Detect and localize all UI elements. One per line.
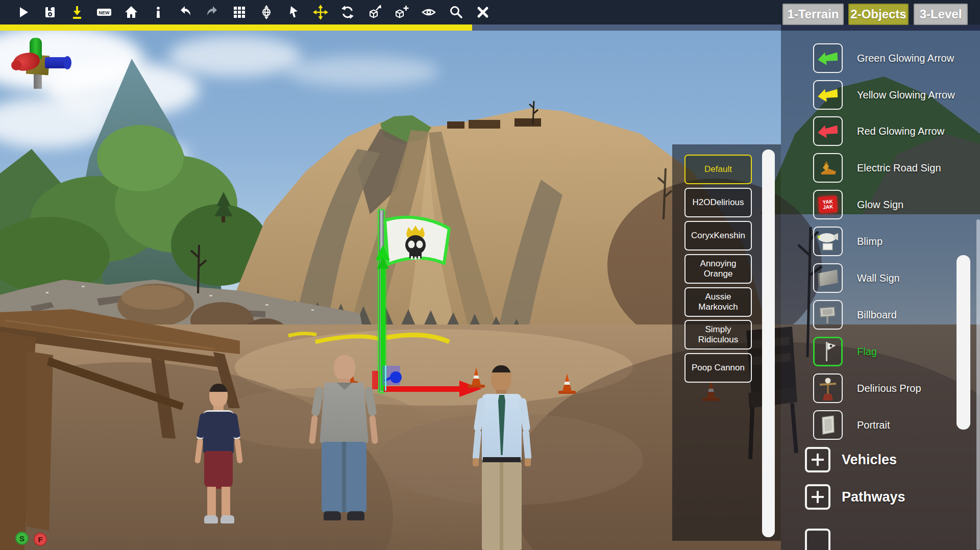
info-icon	[151, 5, 166, 20]
close-button[interactable]	[469, 0, 496, 24]
plus-icon	[810, 452, 825, 467]
character-boy[interactable]	[198, 384, 244, 532]
grid-icon	[232, 5, 247, 20]
delirious-prop-icon	[816, 376, 840, 401]
gizmo-z-handle[interactable]	[390, 371, 402, 383]
billboard-icon	[817, 304, 839, 326]
glow-sign-icon: YAK JAK	[818, 196, 838, 213]
character-tie-man[interactable]	[478, 365, 541, 550]
axis-orientation-widget	[10, 31, 77, 92]
group-label: Pathways	[842, 489, 905, 505]
blimp-icon	[816, 231, 840, 252]
character-heavy-man[interactable]	[313, 355, 375, 529]
object-item-label: Flag	[857, 345, 968, 358]
object-item-label: Green Glowing Arrow	[857, 52, 968, 64]
flag-icon	[817, 340, 839, 363]
orbit-globe-icon	[259, 5, 274, 20]
group-vehicles[interactable]: Vehicles	[805, 447, 973, 472]
rotate-icon	[340, 5, 355, 20]
save-icon	[42, 5, 58, 20]
object-item-label: Delirious Prop	[857, 382, 968, 394]
object-item-flag[interactable]: Flag	[813, 337, 976, 366]
new-button[interactable]: NEW	[90, 0, 117, 24]
red-arrow-icon	[817, 122, 839, 140]
object-item-delirious-prop[interactable]: Delirious Prop	[813, 373, 976, 403]
tab-level[interactable]: 3-Level	[914, 4, 968, 25]
gizmo-x-axis[interactable]	[384, 386, 460, 392]
search-button[interactable]	[442, 0, 469, 24]
window-scrollbar[interactable]	[976, 219, 980, 550]
group-partial[interactable]	[805, 529, 973, 550]
move-icon	[313, 5, 328, 20]
object-item-label: Portrait	[857, 419, 968, 431]
green-arrow-icon	[817, 49, 839, 67]
grid-button[interactable]	[226, 0, 253, 24]
plus-icon	[810, 489, 825, 505]
yellow-arrow-icon	[817, 86, 839, 104]
group-label: Vehicles	[842, 452, 897, 468]
home-button[interactable]	[117, 0, 144, 24]
scale-button[interactable]	[361, 0, 388, 24]
finish-marker-badge: F	[34, 533, 47, 546]
object-item-blimp[interactable]: Blimp	[813, 227, 976, 256]
save-button[interactable]	[36, 0, 63, 24]
object-item-yellow-glowing-arrow[interactable]: Yellow Glowing Arrow	[813, 80, 976, 110]
object-item-portrait[interactable]: Portrait	[813, 410, 976, 440]
object-panel: Green Glowing Arrow Yellow Glowing Arrow…	[781, 24, 980, 550]
object-item-green-glowing-arrow[interactable]: Green Glowing Arrow	[813, 43, 976, 73]
object-item-red-glowing-arrow[interactable]: Red Glowing Arrow	[813, 116, 976, 146]
select-button[interactable]	[280, 0, 307, 24]
home-icon	[124, 5, 139, 20]
group-pathways[interactable]: Pathways	[805, 484, 973, 510]
object-item-wall-sign[interactable]: Wall Sign	[813, 263, 976, 293]
portrait-icon	[817, 413, 839, 437]
object-item-billboard[interactable]: Billboard	[813, 300, 976, 330]
visibility-button[interactable]	[415, 0, 442, 24]
move-button[interactable]	[307, 0, 334, 24]
object-item-label: Electric Road Sign	[857, 162, 968, 174]
object-panel-scrollbar[interactable]	[957, 255, 970, 430]
undo-icon	[178, 5, 193, 20]
gizmo-y-arrowhead[interactable]	[377, 258, 389, 269]
object-item-label: Billboard	[857, 309, 968, 321]
redo-icon	[205, 5, 220, 20]
skin-option-annoying-orange[interactable]: Annoying Orange	[684, 254, 752, 284]
play-button[interactable]	[9, 0, 36, 24]
close-icon	[475, 5, 491, 20]
gizmo-axis-highlight	[385, 365, 386, 391]
rotate-button[interactable]	[334, 0, 361, 24]
object-item-electric-road-sign[interactable]: Electric Road Sign	[813, 153, 976, 183]
import-button[interactable]	[63, 0, 90, 24]
object-item-label: Blimp	[857, 235, 968, 247]
redo-button[interactable]	[199, 0, 226, 24]
tab-terrain[interactable]: 1-Terrain	[782, 4, 844, 25]
undo-button[interactable]	[172, 0, 199, 24]
scale-icon	[367, 5, 382, 20]
traffic-cone	[560, 373, 576, 394]
add-object-button[interactable]	[388, 0, 415, 24]
skin-panel-scrollbar[interactable]	[762, 149, 775, 537]
svg-text:NEW: NEW	[99, 10, 110, 15]
cursor-icon	[286, 5, 301, 20]
info-button[interactable]	[144, 0, 172, 24]
search-icon	[448, 5, 463, 20]
object-item-label: Red Glowing Arrow	[857, 125, 968, 137]
skin-option-simply-ridiculous[interactable]: Simply Ridiculous	[684, 320, 752, 349]
flag-cloth[interactable]	[382, 214, 453, 274]
object-item-label: Wall Sign	[857, 272, 968, 284]
new-badge-icon: NEW	[96, 5, 112, 20]
skin-option-poop-cannon[interactable]: Poop Cannon	[684, 353, 752, 383]
skin-option-aussie-markovich[interactable]: Aussie Markovich	[684, 287, 752, 317]
road-sign-icon	[817, 159, 839, 177]
orbit-button[interactable]	[253, 0, 280, 24]
eye-icon	[421, 5, 436, 20]
toolbar-progress-strip	[0, 24, 980, 31]
tab-objects[interactable]: 2-Objects	[848, 4, 909, 25]
progress-track	[472, 24, 781, 31]
object-item-label: Glow Sign	[857, 198, 968, 211]
skin-option-coryxkenshin[interactable]: CoryxKenshin	[684, 221, 752, 251]
object-item-glow-sign[interactable]: YAK JAK Glow Sign	[813, 190, 976, 219]
flag-skin-panel: Default H2ODelirious CoryxKenshin Annoyi…	[672, 144, 781, 541]
skin-option-default[interactable]: Default	[684, 155, 752, 184]
skin-option-h2odelirious[interactable]: H2ODelirious	[684, 188, 752, 217]
